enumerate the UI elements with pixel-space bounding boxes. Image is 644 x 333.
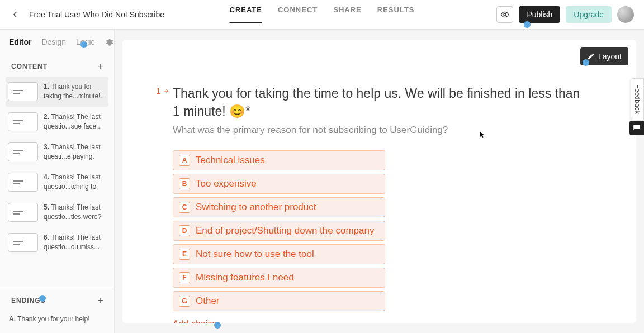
nav-share[interactable]: SHARE [333,6,362,23]
topbar-right: Publish Upgrade [496,6,634,23]
form-title[interactable]: Free Trial User Who Did Not Subscribe [29,10,164,19]
item-thumb-icon [8,82,38,101]
main-nav: CREATE CONNECT SHARE RESULTS [230,6,415,23]
choice-key: C [179,202,190,213]
feedback-tab[interactable]: Feedback [631,78,644,120]
sidebar: Editor Design Logic CONTENT + 1. Thank y… [0,30,115,333]
question-title[interactable]: Thank you for taking the time to help us… [173,84,586,120]
item-thumb-icon [8,233,38,252]
hint-pulse[interactable] [524,21,531,28]
content-label: CONTENT [11,63,48,70]
choice-key: F [179,272,190,283]
content-items: 1. Thank you for taking the...minute!...… [0,77,114,287]
endings-header: ENDINGS + [0,287,114,311]
choice-key: B [179,178,190,189]
choice-b[interactable]: BToo expensive [173,174,385,194]
feedback-icon[interactable] [629,121,644,135]
item-text: 1. Thank you for taking the...minute!... [44,82,106,101]
nav-results[interactable]: RESULTS [377,6,415,23]
layout-label: Layout [598,52,622,61]
hint-pulse[interactable] [39,295,46,302]
choice-label: Not sure how to use the tool [196,249,314,260]
choice-key: E [179,249,190,260]
pencil-icon [587,53,595,60]
choice-label: Other [196,296,220,307]
endings-list: A. Thank you for your help! [0,311,114,333]
back-button[interactable] [10,9,20,20]
hint-pulse[interactable] [214,322,221,329]
question-description[interactable]: What was the primary reason for not subs… [173,125,586,136]
item-text: 3. Thanks! The last questi...e paying. [44,142,106,161]
choice-c[interactable]: CSwitching to another product [173,197,385,217]
choice-a[interactable]: ATechnical issues [173,150,385,170]
choice-g[interactable]: GOther [173,291,385,311]
question-number: 1 [156,86,169,96]
item-thumb-icon [8,112,38,131]
item-thumb-icon [8,203,38,222]
content-item-6[interactable]: 6. Thanks! The last questio...ou miss... [6,227,108,258]
canvas: Layout 1 Thank you for taking the time t… [122,40,636,323]
choice-label: End of project/Shutting down the company [196,225,374,236]
topbar: Free Trial User Who Did Not Subscribe CR… [0,0,644,30]
content-item-2[interactable]: 2. Thanks! The last questio...sue face..… [6,107,108,137]
choice-label: Switching to another product [196,202,316,213]
item-text: 2. Thanks! The last questio...sue face..… [44,112,106,131]
content-item-5[interactable]: 5. Thanks! The last questio...ties were? [6,197,108,227]
publish-button[interactable]: Publish [519,6,560,23]
choices: ATechnical issues BToo expensive CSwitch… [173,150,385,311]
hint-pulse[interactable] [583,59,589,66]
item-text: 6. Thanks! The last questio...ou miss... [44,233,106,252]
ending-item[interactable]: A. Thank you for your help! [6,311,108,327]
content-item-1[interactable]: 1. Thank you for taking the...minute!... [6,77,108,107]
content-item-4[interactable]: 4. Thanks! The last questio...tching to. [6,167,108,197]
sidebar-tabs: Editor Design Logic [0,30,114,52]
choice-key: A [179,155,190,166]
preview-button[interactable] [496,6,513,23]
item-text: 5. Thanks! The last questio...ties were? [44,203,106,222]
choice-key: G [179,296,190,307]
nav-connect[interactable]: CONNECT [278,6,318,23]
tab-design[interactable]: Design [41,37,66,46]
arrow-right-icon [163,88,169,94]
item-text: 4. Thanks! The last questio...tching to. [44,173,106,192]
choice-label: Technical issues [196,155,265,166]
main-layout: Editor Design Logic CONTENT + 1. Thank y… [0,30,644,333]
add-content-button[interactable]: + [95,61,106,72]
nav-create[interactable]: CREATE [230,6,262,23]
choice-d[interactable]: DEnd of project/Shutting down the compan… [173,221,385,241]
tab-editor[interactable]: Editor [9,37,31,46]
content-item-3[interactable]: 3. Thanks! The last questi...e paying. [6,137,108,167]
add-ending-button[interactable]: + [95,295,106,306]
canvas-wrap: Layout 1 Thank you for taking the time t… [115,30,644,333]
choice-f[interactable]: FMissing features I need [173,268,385,288]
gear-icon[interactable] [105,38,113,46]
choice-e[interactable]: ENot sure how to use the tool [173,244,385,264]
choice-label: Too expensive [196,178,257,189]
item-thumb-icon [8,142,38,161]
content-header: CONTENT + [0,52,114,77]
choice-label: Missing features I need [196,272,294,283]
avatar[interactable] [617,6,634,23]
item-thumb-icon [8,173,38,192]
hint-pulse[interactable] [80,41,87,48]
upgrade-button[interactable]: Upgrade [566,6,612,23]
svg-point-0 [504,13,506,16]
add-choice-link[interactable]: Add choice [173,319,217,323]
choice-key: D [179,225,190,236]
